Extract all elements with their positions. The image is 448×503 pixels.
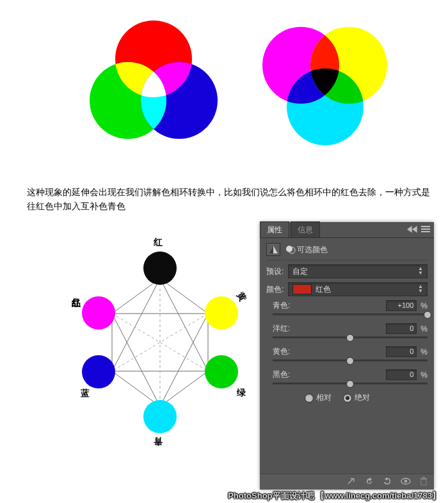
- reset-icon[interactable]: [383, 477, 392, 488]
- svg-rect-32: [421, 226, 430, 227]
- slider-label-0: 青色:: [273, 300, 290, 311]
- preset-label: 预设:: [266, 266, 288, 277]
- slider-thumb-0[interactable]: [424, 311, 431, 319]
- svg-point-27: [205, 296, 238, 330]
- clip-icon[interactable]: [347, 477, 356, 488]
- svg-rect-34: [421, 231, 430, 232]
- color-swatch: [292, 284, 312, 294]
- svg-point-26: [143, 252, 177, 285]
- method-radios: 相对 绝对: [305, 392, 428, 403]
- slider-thumb-3[interactable]: [346, 380, 354, 388]
- prev-state-icon[interactable]: [365, 477, 374, 488]
- watermark: PhotoShop平面设计吧 【www.linecg.com/tieba/178…: [0, 490, 448, 502]
- slider-thumb-2[interactable]: [346, 357, 354, 365]
- color-dropdown[interactable]: 红色 ▲▼: [288, 282, 428, 296]
- radio-relative[interactable]: 相对: [305, 392, 332, 403]
- tab-properties[interactable]: 属性: [260, 221, 289, 237]
- slider-track-0[interactable]: [273, 314, 428, 315]
- svg-rect-42: [420, 478, 427, 479]
- svg-marker-36: [269, 246, 273, 253]
- rgb-additive-diagram: [77, 14, 230, 155]
- svg-point-31: [82, 296, 115, 330]
- slider-track-3[interactable]: [273, 383, 428, 385]
- slider-label-1: 洋红:: [273, 323, 290, 334]
- svg-rect-33: [421, 228, 430, 230]
- collapse-icon[interactable]: ◀◀: [407, 224, 417, 234]
- svg-point-28: [205, 355, 238, 388]
- selective-color-panel: 属性 信息 ◀◀ 可选颜色 预设: 自定 ▲▼: [260, 222, 434, 490]
- svg-rect-43: [422, 477, 425, 478]
- svg-rect-41: [421, 479, 426, 485]
- slider-thumb-1[interactable]: [346, 334, 354, 342]
- slider-value-2[interactable]: 0: [386, 346, 417, 357]
- slider-value-1[interactable]: 0: [386, 323, 417, 334]
- tab-info[interactable]: 信息: [291, 221, 320, 237]
- slider-label-2: 黄色:: [273, 346, 290, 357]
- panel-title: 可选颜色: [297, 244, 328, 255]
- wheel-label-red: 红: [154, 237, 163, 248]
- panel-menu-icon[interactable]: [421, 225, 430, 235]
- slider-value-3[interactable]: 0: [386, 369, 417, 380]
- slider-track-1[interactable]: [273, 337, 428, 339]
- slider-track-2[interactable]: [273, 360, 428, 362]
- color-wheel-diagram: [64, 234, 256, 451]
- slider-value-0[interactable]: +100: [386, 300, 417, 311]
- panel-footer: [260, 474, 434, 490]
- delete-icon[interactable]: [420, 477, 428, 488]
- svg-point-30: [82, 355, 115, 388]
- selective-color-icon: [284, 244, 297, 255]
- preset-dropdown[interactable]: 自定 ▲▼: [288, 264, 428, 278]
- svg-point-40: [404, 479, 407, 482]
- svg-point-37: [286, 246, 292, 252]
- visibility-icon[interactable]: [401, 477, 411, 487]
- slider-label-3: 黑色:: [273, 369, 290, 380]
- adjustment-icon[interactable]: [266, 243, 280, 256]
- wheel-label-cyan: 青: [154, 435, 163, 447]
- explanation-paragraph: 这种现象的延伸会出现在我们讲解色相环转换中，比如我们说怎么将色相环中的红色去除，…: [27, 185, 436, 214]
- svg-point-29: [143, 400, 177, 433]
- radio-absolute[interactable]: 绝对: [343, 392, 370, 403]
- color-label: 颜色:: [266, 284, 288, 295]
- cmy-subtractive-diagram: [250, 14, 403, 155]
